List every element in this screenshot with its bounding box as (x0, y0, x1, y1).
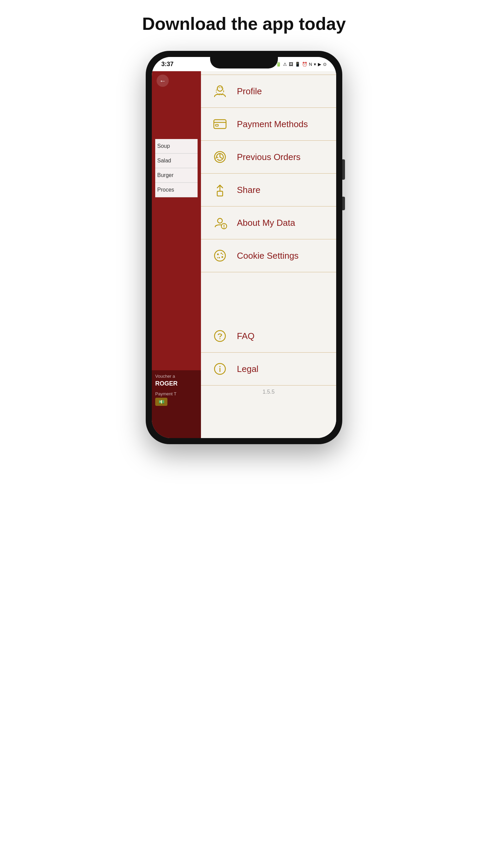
faq-icon (211, 327, 229, 345)
menu-item-faq[interactable]: FAQ (201, 320, 336, 353)
nfc-icon: N (309, 62, 312, 67)
menu-item-legal[interactable]: Legal (201, 353, 336, 386)
volume-button (342, 159, 345, 180)
app-content: ← Soup Salad Burger Proces Voucher a ROG… (152, 71, 336, 438)
svg-point-10 (218, 218, 222, 223)
svg-line-7 (220, 157, 222, 158)
menu-item-share[interactable]: Share (201, 174, 336, 206)
previous-orders-icon (211, 148, 229, 166)
payment-icon: 💵 (155, 398, 167, 406)
svg-point-15 (215, 250, 225, 261)
svg-rect-2 (214, 120, 226, 129)
svg-point-0 (217, 86, 223, 91)
payment-methods-icon (211, 115, 229, 133)
bg-menu-list: Soup Salad Burger Proces (152, 139, 201, 197)
share-label: Share (237, 185, 260, 195)
alarm-icon: ⏰ (302, 62, 307, 67)
svg-point-16 (217, 254, 219, 255)
cookie-settings-label: Cookie Settings (237, 251, 299, 261)
payment-type-label: Payment T (155, 391, 198, 396)
warning-icon: ⚠ (283, 62, 287, 67)
svg-point-17 (221, 253, 222, 254)
page-title: Download the app today (142, 14, 346, 34)
svg-point-22 (215, 331, 225, 341)
background-panel: ← Soup Salad Burger Proces Voucher a ROG… (152, 71, 201, 438)
payment-methods-label: Payment Methods (237, 119, 308, 130)
bg-menu-burger: Burger (155, 168, 198, 183)
menu-item-cookies[interactable]: Cookie Settings (201, 239, 336, 272)
circle-icon: ⊙ (323, 62, 327, 67)
signal-icon: ▶ (318, 62, 321, 67)
bg-bottom-panel: Voucher a ROGER Payment T 💵 (152, 370, 201, 438)
legal-icon (211, 360, 229, 378)
profile-icon (211, 82, 229, 100)
menu-item-payment[interactable]: Payment Methods (201, 108, 336, 141)
about-my-data-icon (211, 214, 229, 232)
previous-orders-label: Previous Orders (237, 152, 301, 162)
back-arrow-icon: ← (159, 77, 166, 85)
faq-label: FAQ (237, 331, 255, 341)
svg-point-26 (219, 366, 221, 367)
svg-point-23 (220, 338, 221, 339)
wifi-icon: ▾ (314, 62, 316, 67)
svg-rect-8 (217, 191, 223, 196)
svg-point-19 (222, 256, 223, 258)
bg-menu-process: Proces (155, 183, 198, 197)
status-time: 3:37 (161, 61, 174, 68)
phone-screen: 3:37 🔋 ⚠ 🖼 📱 ⏰ N ▾ ▶ ⊙ ← Soup (152, 57, 336, 438)
svg-point-21 (217, 257, 218, 258)
status-icons: 🔋 ⚠ 🖼 📱 ⏰ N ▾ ▶ ⊙ (276, 62, 327, 67)
svg-point-18 (219, 257, 220, 258)
menu-item-orders[interactable]: Previous Orders (201, 141, 336, 174)
svg-point-14 (224, 228, 224, 228)
svg-rect-4 (216, 124, 218, 126)
profile-label: Profile (237, 86, 262, 97)
legal-label: Legal (237, 364, 259, 374)
phone-notch (210, 57, 278, 68)
share-icon (211, 181, 229, 199)
image-icon: 🖼 (289, 62, 293, 67)
power-button (342, 197, 345, 210)
bg-menu-soup: Soup (155, 139, 198, 154)
back-button[interactable]: ← (157, 75, 169, 87)
sim-icon: 📱 (295, 62, 300, 67)
drawer-spacer (201, 272, 336, 320)
menu-item-data[interactable]: About My Data (201, 206, 336, 239)
about-my-data-label: About My Data (237, 218, 295, 228)
voucher-label: Voucher a (155, 374, 198, 379)
phone-shell: 3:37 🔋 ⚠ 🖼 📱 ⏰ N ▾ ▶ ⊙ ← Soup (146, 51, 342, 444)
svg-point-20 (222, 254, 223, 255)
version-text: 1.5.5 (201, 386, 336, 398)
cookie-settings-icon (211, 247, 229, 264)
bg-menu-salad: Salad (155, 154, 198, 168)
menu-item-profile[interactable]: Profile (201, 75, 336, 108)
side-drawer: Profile Payment Methods (201, 71, 336, 438)
voucher-code: ROGER (155, 380, 198, 387)
